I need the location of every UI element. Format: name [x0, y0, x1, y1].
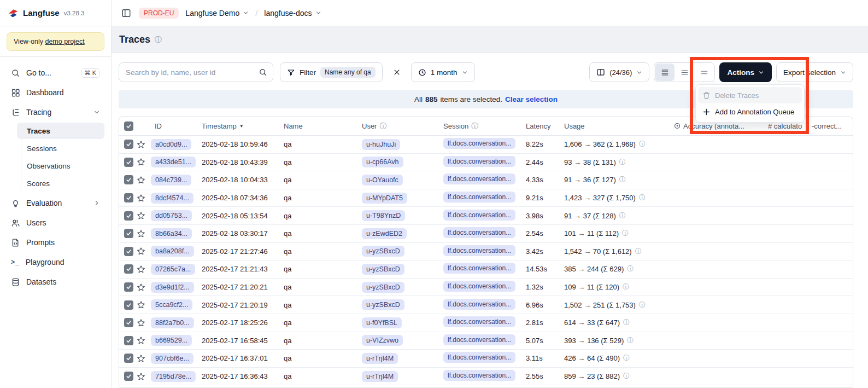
sidebar-item-goto[interactable]: Go to... ⌘ K — [7, 63, 104, 82]
row-checkbox[interactable] — [124, 140, 133, 149]
star-icon[interactable] — [137, 247, 145, 256]
trace-session-badge[interactable]: lf.docs.conversation... — [443, 173, 515, 184]
trace-id-badge[interactable]: 8dcf4574... — [151, 193, 193, 204]
sidebar-item-evaluation[interactable]: Evaluation — [7, 194, 104, 212]
trace-user-badge[interactable]: u-rTrjI4M — [362, 353, 398, 364]
trace-session-badge[interactable]: lf.docs.conversation... — [443, 245, 515, 256]
search-submit-button[interactable] — [253, 63, 273, 82]
trace-user-badge[interactable]: u-zEwdED2 — [362, 228, 407, 239]
row-checkbox[interactable] — [124, 354, 133, 363]
row-height-large-button[interactable] — [694, 63, 714, 81]
actions-button[interactable]: Actions — [719, 62, 772, 82]
star-icon[interactable] — [137, 354, 145, 363]
star-icon[interactable] — [137, 336, 145, 345]
trace-session-badge[interactable]: lf.docs.conversation... — [443, 352, 515, 363]
star-icon[interactable] — [137, 140, 145, 149]
trace-session-badge[interactable]: lf.docs.conversation... — [443, 263, 515, 274]
clear-selection-link[interactable]: Clear selection — [505, 95, 558, 103]
sidebar-item-prompts[interactable]: Prompts — [7, 233, 104, 252]
row-checkbox[interactable] — [124, 318, 133, 327]
trace-user-badge[interactable]: u-MYpDAT5 — [362, 193, 407, 204]
trace-user-badge[interactable]: u-f0YfBSL — [362, 317, 402, 328]
sidebar-item-scores[interactable]: Scores — [17, 175, 104, 192]
row-height-medium-button[interactable] — [675, 63, 694, 81]
trace-session-badge[interactable]: lf.docs.conversation... — [443, 227, 515, 238]
clear-filter-button[interactable] — [389, 62, 404, 82]
trace-session-badge[interactable]: lf.docs.conversation... — [443, 210, 515, 221]
trace-session-badge[interactable]: lf.docs.conversation... — [443, 138, 515, 149]
star-icon[interactable] — [137, 229, 145, 238]
sidebar-item-dashboard[interactable]: Dashboard — [7, 83, 104, 102]
search-input[interactable] — [119, 68, 253, 77]
row-checkbox[interactable] — [124, 282, 133, 292]
row-checkbox[interactable] — [124, 175, 133, 184]
trace-id-badge[interactable]: a433de51... — [151, 157, 196, 167]
trace-session-badge[interactable]: lf.docs.conversation... — [443, 281, 515, 292]
menu-item-delete-traces[interactable]: Delete Traces — [698, 87, 802, 103]
star-icon[interactable] — [137, 372, 145, 381]
row-checkbox[interactable] — [124, 300, 133, 310]
trace-id-badge[interactable]: b669529... — [151, 335, 192, 346]
star-icon[interactable] — [137, 318, 145, 327]
sidebar-item-traces[interactable]: Traces — [17, 123, 104, 139]
demo-project-link[interactable]: demo project — [45, 38, 84, 45]
row-checkbox[interactable] — [124, 247, 133, 256]
trace-id-badge[interactable]: a0cd0d9... — [151, 139, 191, 150]
row-checkbox[interactable] — [124, 229, 133, 238]
trace-user-badge[interactable]: u-cp66Avh — [362, 157, 403, 167]
sidebar-item-datasets[interactable]: Datasets — [7, 273, 104, 291]
trace-user-badge[interactable]: u-huJhuJi — [362, 139, 400, 150]
sidebar-toggle-button[interactable] — [120, 3, 132, 23]
view-only-banner[interactable]: View-only demo project — [7, 32, 104, 51]
star-icon[interactable] — [137, 283, 145, 292]
project-selector[interactable]: langfuse-docs — [264, 9, 321, 18]
sidebar-item-playground[interactable]: >_ Playground — [7, 253, 104, 271]
star-icon[interactable] — [137, 211, 145, 220]
trace-id-badge[interactable]: d3e9d1f2... — [151, 282, 194, 293]
trace-user-badge[interactable]: u-VIZzvwo — [362, 335, 403, 346]
star-icon[interactable] — [137, 265, 145, 274]
trace-user-badge[interactable]: u-OYauofc — [362, 175, 403, 186]
trace-user-badge[interactable]: u-yzSBxcD — [362, 299, 404, 310]
export-selection-button[interactable]: Export selection — [776, 62, 853, 82]
trace-session-badge[interactable]: lf.docs.conversation... — [443, 192, 515, 202]
row-checkbox[interactable] — [124, 336, 133, 345]
trace-id-badge[interactable]: 88f2a7b0... — [151, 317, 194, 328]
star-icon[interactable] — [137, 300, 145, 309]
star-icon[interactable] — [137, 176, 145, 184]
row-checkbox[interactable] — [124, 372, 133, 381]
filter-button[interactable]: Filter Name any of qa — [280, 62, 383, 82]
sidebar-item-users[interactable]: Users — [7, 213, 104, 232]
sidebar-item-observations[interactable]: Observations — [17, 158, 104, 174]
trace-session-badge[interactable]: lf.docs.conversation... — [443, 299, 515, 310]
trace-id-badge[interactable]: 8b66a34... — [151, 228, 192, 239]
trace-id-badge[interactable]: 084c739... — [151, 175, 191, 186]
org-selector[interactable]: Langfuse Demo — [185, 9, 249, 18]
trace-user-badge[interactable]: u-yzSBxcD — [362, 246, 404, 257]
trace-session-badge[interactable]: lf.docs.conversation... — [443, 334, 515, 345]
trace-id-badge[interactable]: ba8a208f... — [151, 246, 194, 257]
trace-user-badge[interactable]: u-yzSBxcD — [362, 282, 404, 293]
trace-id-badge[interactable]: 07265c7a... — [151, 264, 195, 275]
trace-session-badge[interactable]: lf.docs.conversation... — [443, 370, 515, 381]
row-checkbox[interactable] — [124, 211, 133, 221]
column-visibility-button[interactable]: (24/36) — [589, 62, 649, 82]
trace-session-badge[interactable]: lf.docs.conversation... — [443, 156, 515, 167]
trace-session-badge[interactable]: lf.docs.conversation... — [443, 316, 515, 327]
select-all-checkbox[interactable] — [124, 121, 133, 131]
header-timestamp[interactable]: Timestamp▼ — [202, 122, 281, 130]
trace-id-badge[interactable]: 907cbf6e... — [151, 353, 193, 364]
trace-user-badge[interactable]: u-rTrjI4M — [362, 371, 398, 382]
star-icon[interactable] — [137, 158, 145, 166]
row-height-small-button[interactable] — [655, 63, 675, 81]
sidebar-item-sessions[interactable]: Sessions — [17, 140, 104, 157]
trace-user-badge[interactable]: u-yzSBxcD — [362, 264, 404, 275]
trace-user-badge[interactable]: u-T98YnzD — [362, 210, 405, 221]
row-checkbox[interactable] — [124, 264, 133, 274]
trace-id-badge[interactable]: 5cca9cf2... — [151, 299, 192, 310]
row-checkbox[interactable] — [124, 193, 133, 202]
time-range-selector[interactable]: 1 month — [411, 62, 475, 82]
menu-item-add-to-annotation-queue[interactable]: Add to Annotation Queue — [698, 103, 802, 120]
star-icon[interactable] — [137, 194, 145, 202]
trace-id-badge[interactable]: dd05753... — [151, 210, 192, 221]
